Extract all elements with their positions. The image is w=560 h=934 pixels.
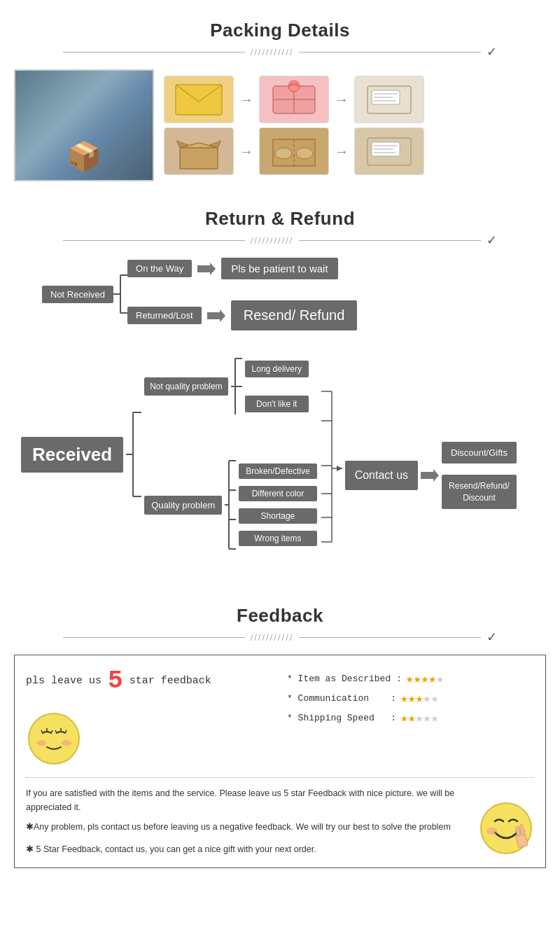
smiley-sleepy-icon [26, 711, 82, 767]
shipping-stars: ★★★★★ [400, 710, 438, 725]
svg-rect-33 [180, 148, 218, 169]
not-received-branches: On the Way Pls be patient to wait Return… [127, 258, 357, 330]
communication-label: * Communication : [287, 693, 396, 704]
arrow-icon: → [237, 144, 256, 160]
packing-images: → → [14, 69, 546, 181]
refund-divider: /////////// ✓ [14, 232, 546, 248]
star-row-shipping: * Shipping Speed : ★★★★★ [287, 710, 534, 725]
svg-point-83 [36, 740, 46, 746]
star-row-item-described: * Item as Described : ★★★★★ [287, 671, 534, 686]
packing-steps: → → [154, 76, 546, 175]
svg-point-21 [69, 157, 85, 164]
svg-rect-14 [43, 120, 69, 134]
wrong-items-label: Wrong items [239, 531, 316, 546]
svg-rect-15 [29, 132, 54, 152]
svg-rect-9 [98, 95, 112, 102]
patient-wait-label: Pls be patient to wait [221, 258, 337, 279]
item-described-label: * Item as Described : [287, 674, 402, 684]
svg-rect-10 [115, 95, 128, 102]
svg-point-40 [296, 148, 313, 159]
resend-refund-discount-label: Resend/Refund/Discount [442, 475, 517, 510]
chevron-down-icon: ✓ [486, 44, 497, 60]
svg-rect-18 [60, 142, 69, 160]
dont-like-label: Don't like it [245, 396, 309, 412]
svg-rect-2 [92, 78, 154, 141]
arrow-icon: → [332, 92, 351, 108]
different-color-label: Different color [239, 486, 316, 501]
star-row-communication: * Communication : ★★★★★ [287, 690, 534, 706]
not-quality-label: Not quality problem [144, 377, 227, 396]
svg-point-20 [56, 157, 73, 164]
outcomes: Discount/Gifts Resend/Refund/Discount [442, 442, 517, 510]
returned-lost-label: Returned/Lost [127, 307, 202, 324]
svg-marker-74 [337, 466, 342, 471]
chevron-down-icon: ✓ [486, 629, 497, 645]
svg-rect-7 [113, 83, 129, 90]
smiley-happy-icon [478, 800, 534, 856]
svg-point-27 [288, 81, 300, 92]
not-quality-group: Not quality problem Long delivery Don't … [144, 344, 316, 428]
step-box-open [164, 127, 234, 175]
warehouse-photo [14, 69, 154, 181]
step-envelope [164, 76, 234, 123]
svg-rect-4 [96, 93, 152, 102]
feedback-text3: ✱ 5 Star Feedback, contact us, you can g… [26, 842, 471, 856]
quality-group: Quality problem Broken/Defective Differe… [144, 445, 316, 564]
feedback-text1: If you are satisfied with the items and … [26, 786, 471, 814]
feedback-bottom-text: If you are satisfied with the items and … [26, 778, 471, 856]
svg-rect-1 [15, 141, 154, 181]
packing-title: Packing Details [14, 20, 546, 41]
resend-refund-label: Resend/ Refund [231, 300, 358, 330]
svg-point-76 [29, 713, 79, 764]
discount-gifts-label: Discount/Gifts [442, 442, 517, 463]
packing-divider: /////////// ✓ [14, 44, 546, 60]
not-quality-items: Long delivery Don't like it [245, 361, 309, 412]
feedback-text2: ✱Any problem, pls contact us before leav… [26, 820, 471, 834]
slogan-prefix: pls leave us [26, 675, 102, 687]
communication-stars: ★★★★★ [400, 690, 438, 706]
svg-rect-0 [15, 71, 154, 181]
svg-rect-11 [132, 95, 144, 102]
packing-row-1: → → [164, 76, 546, 123]
slogan-num: 5 [108, 667, 123, 695]
shipping-label: * Shipping Speed : [287, 713, 396, 723]
svg-marker-51 [207, 309, 225, 322]
long-delivery-label: Long delivery [245, 361, 309, 377]
refund-title: Return & Refund [14, 208, 546, 230]
svg-point-22 [62, 97, 81, 109]
packing-section: Packing Details /////////// ✓ [0, 0, 560, 195]
feedback-stars: * Item as Described : ★★★★★ * Communicat… [287, 667, 534, 730]
quality-items: Broken/Defective Different color Shortag… [239, 463, 316, 546]
contact-us-box: Contact us [345, 461, 418, 490]
svg-rect-8 [131, 83, 145, 90]
svg-marker-75 [421, 469, 439, 482]
quality-groups: Not quality problem Long delivery Don't … [144, 344, 316, 564]
not-received-flow: Not Received On the Way Pls be patient t… [42, 258, 546, 330]
received-label: Received [21, 437, 123, 473]
feedback-slogan: pls leave us 5 star feedback [26, 667, 273, 695]
quality-label: Quality problem [144, 496, 222, 515]
slogan-suffix: star feedback [130, 675, 211, 687]
feedback-box: pls leave us 5 star feedback [14, 655, 546, 868]
arrow-icon: → [332, 144, 351, 160]
arrow-icon: → [237, 92, 256, 108]
svg-rect-5 [96, 105, 152, 113]
branch-returned-lost: Returned/Lost Resend/ Refund [127, 300, 357, 330]
not-received-label: Not Received [42, 286, 113, 303]
shortage-label: Shortage [239, 508, 316, 524]
svg-rect-13 [57, 118, 85, 143]
broken-label: Broken/Defective [239, 463, 316, 479]
branch-on-the-way: On the Way Pls be patient to wait [127, 258, 357, 279]
received-flow: Received Not quality problem Long delive… [21, 344, 546, 564]
item-described-stars: ★★★★★ [406, 671, 444, 686]
feedback-title: Feedback [14, 605, 546, 627]
svg-rect-6 [98, 83, 111, 90]
feedback-divider: /////////// ✓ [14, 629, 546, 645]
feedback-top: pls leave us 5 star feedback [26, 667, 534, 778]
svg-point-84 [62, 740, 71, 746]
step-shipped2 [354, 127, 424, 175]
chevron-down-icon: ✓ [486, 232, 497, 248]
step-shipped [354, 76, 424, 123]
feedback-bottom: If you are satisfied with the items and … [26, 778, 534, 856]
svg-marker-50 [197, 263, 216, 275]
